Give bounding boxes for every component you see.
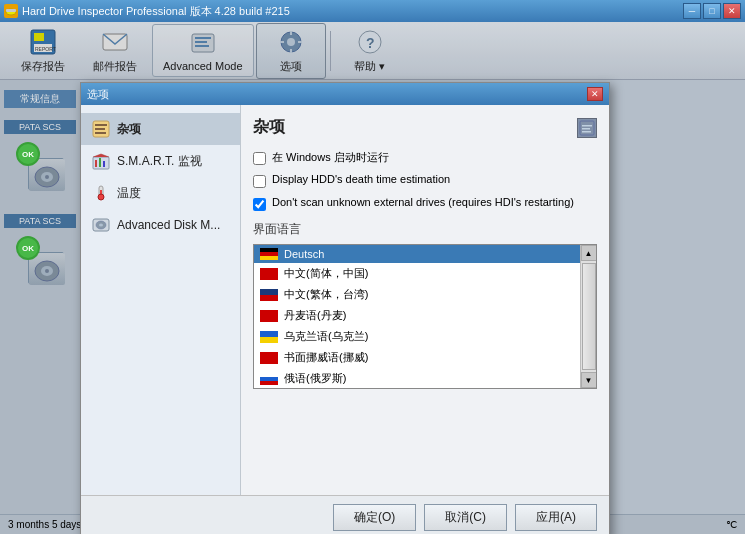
lang-item-dk[interactable]: 丹麦语(丹麦) <box>254 305 580 326</box>
dialog-overlay: 选项 ✕ <box>0 22 745 534</box>
svg-rect-29 <box>95 128 105 130</box>
scroll-thumb[interactable] <box>582 263 596 370</box>
svg-rect-28 <box>95 124 107 126</box>
dialog-content: 杂项 <box>241 105 609 495</box>
dialog-title-bar: 选项 ✕ <box>81 83 609 105</box>
lang-label-de: Deutsch <box>284 248 324 260</box>
svg-rect-44 <box>582 131 591 133</box>
svg-rect-30 <box>95 132 106 134</box>
app-icon <box>4 4 18 18</box>
misc-icon <box>91 119 111 139</box>
lang-item-no[interactable]: 书面挪威语(挪威) <box>254 347 580 368</box>
svg-rect-33 <box>99 158 101 167</box>
lang-label-tw: 中文(繁体，台湾) <box>284 287 368 302</box>
maximize-button[interactable]: □ <box>703 3 721 19</box>
thermo-icon <box>91 183 111 203</box>
close-button[interactable]: ✕ <box>723 3 741 19</box>
flag-ua <box>260 331 278 343</box>
lang-item-tw[interactable]: 中文(繁体，台湾) <box>254 284 580 305</box>
lang-item-ru[interactable]: 俄语(俄罗斯) <box>254 368 580 388</box>
svg-rect-42 <box>582 125 592 127</box>
content-title: 杂项 <box>253 117 285 138</box>
title-bar-buttons: ─ □ ✕ <box>683 3 741 19</box>
options-dialog: 选项 ✕ <box>80 82 610 534</box>
nav-advanced-label: Advanced Disk M... <box>117 218 220 232</box>
nav-item-smart[interactable]: S.M.A.R.T. 监视 <box>81 145 240 177</box>
checkbox-row-1: 在 Windows 启动时运行 <box>253 150 597 165</box>
lang-label-no: 书面挪威语(挪威) <box>284 350 368 365</box>
content-title-bar: 杂项 <box>253 117 597 138</box>
flag-dk <box>260 310 278 322</box>
lang-label-dk: 丹麦语(丹麦) <box>284 308 346 323</box>
scroll-down-button[interactable]: ▼ <box>581 372 597 388</box>
nav-misc-label: 杂项 <box>117 121 141 138</box>
lang-label-ru: 俄语(俄罗斯) <box>284 371 346 386</box>
lang-list[interactable]: Deutsch中文(简体，中国)中文(繁体，台湾)丹麦语(丹麦)乌克兰语(乌克兰… <box>254 245 596 388</box>
flag-ru <box>260 373 278 385</box>
checkbox-row-2: Display HDD's death time estimation <box>253 173 597 188</box>
lang-section-label: 界面语言 <box>253 221 597 238</box>
apply-button[interactable]: 应用(A) <box>515 504 597 531</box>
dialog-close-button[interactable]: ✕ <box>587 87 603 101</box>
main-window: Hard Drive Inspector Professional 版本 4.2… <box>0 0 745 534</box>
checkbox-death[interactable] <box>253 175 266 188</box>
checkbox-death-label: Display HDD's death time estimation <box>272 173 450 185</box>
checkbox-autostart-label: 在 Windows 启动时运行 <box>272 150 389 165</box>
nav-temp-label: 温度 <box>117 185 141 202</box>
ok-button[interactable]: 确定(O) <box>333 504 416 531</box>
checkbox-row-3: Don't scan unknown external drives (requ… <box>253 196 597 211</box>
title-bar: Hard Drive Inspector Professional 版本 4.2… <box>0 0 745 22</box>
svg-rect-1 <box>6 9 16 12</box>
lang-label-cn: 中文(简体，中国) <box>284 266 368 281</box>
smart-icon <box>91 151 111 171</box>
disk-icon <box>91 215 111 235</box>
scrollbar[interactable]: ▲ ▼ <box>580 245 596 388</box>
lang-list-wrapper: Deutsch中文(简体，中国)中文(繁体，台湾)丹麦语(丹麦)乌克兰语(乌克兰… <box>253 244 597 389</box>
flag-cn <box>260 268 278 280</box>
content-icon <box>577 118 597 138</box>
dialog-footer: 确定(O) 取消(C) 应用(A) <box>81 495 609 534</box>
lang-item-cn[interactable]: 中文(简体，中国) <box>254 263 580 284</box>
window-title: Hard Drive Inspector Professional 版本 4.2… <box>22 4 290 19</box>
lang-item-ua[interactable]: 乌克兰语(乌克兰) <box>254 326 580 347</box>
svg-point-37 <box>98 194 104 200</box>
flag-tw <box>260 289 278 301</box>
nav-item-advanced[interactable]: Advanced Disk M... <box>81 209 240 241</box>
flag-no <box>260 352 278 364</box>
svg-rect-43 <box>582 128 590 130</box>
svg-rect-32 <box>95 160 97 167</box>
dialog-title: 选项 <box>87 87 109 102</box>
flag-de <box>260 248 278 260</box>
scroll-up-button[interactable]: ▲ <box>581 245 597 261</box>
checkbox-scan[interactable] <box>253 198 266 211</box>
title-bar-left: Hard Drive Inspector Professional 版本 4.2… <box>4 4 290 19</box>
checkbox-scan-label: Don't scan unknown external drives (requ… <box>272 196 574 208</box>
lang-label-ua: 乌克兰语(乌克兰) <box>284 329 368 344</box>
checkbox-autostart[interactable] <box>253 152 266 165</box>
disk-status-2: OK <box>16 236 40 260</box>
lang-item-de[interactable]: Deutsch <box>254 245 580 263</box>
dialog-nav: 杂项 <box>81 105 241 495</box>
app-background: REPORT 保存报告 邮件报告 <box>0 22 745 534</box>
disk-status-1: OK <box>16 142 40 166</box>
svg-rect-34 <box>103 161 105 167</box>
nav-item-misc[interactable]: 杂项 <box>81 113 240 145</box>
nav-smart-label: S.M.A.R.T. 监视 <box>117 153 202 170</box>
cancel-button[interactable]: 取消(C) <box>424 504 507 531</box>
nav-item-temp[interactable]: 温度 <box>81 177 240 209</box>
minimize-button[interactable]: ─ <box>683 3 701 19</box>
dialog-body: 杂项 <box>81 105 609 495</box>
svg-point-40 <box>99 224 103 227</box>
